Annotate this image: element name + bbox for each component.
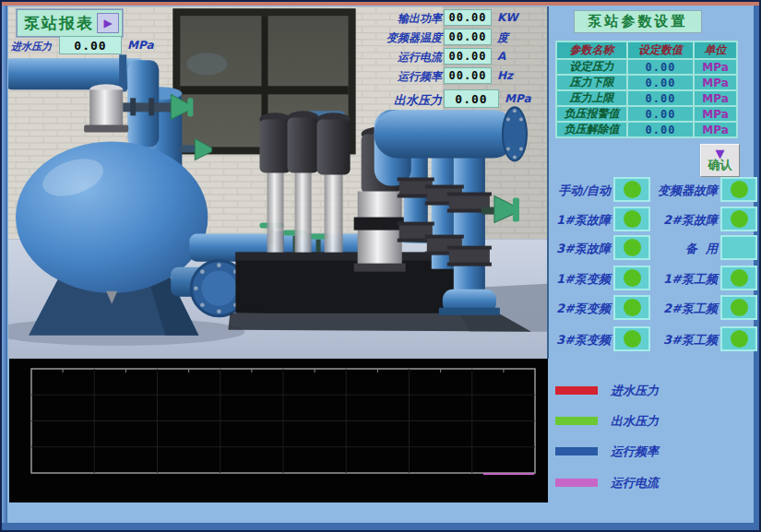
param-row-unit: MPa (694, 106, 737, 122)
param-row-value[interactable]: 0.00 (627, 90, 694, 106)
param-row-name: 负压报警值 (556, 106, 627, 122)
inlet-pressure-value: 0.00 (59, 36, 122, 54)
indicator-pump3-fault (613, 235, 650, 260)
play-icon: ▶ (103, 17, 112, 30)
frame-left (2, 6, 7, 523)
legend-label-run-current: 运行电流 (611, 475, 659, 491)
indicator-pump1-fault (613, 207, 650, 231)
legend-swatch-inlet-pressure (555, 386, 598, 395)
indicator-pump2-mains (720, 295, 757, 320)
run-frequency-unit: Hz (497, 69, 513, 82)
param-row-unit: MPa (694, 90, 737, 106)
run-current-label: 运行电流 (382, 50, 442, 65)
parameter-table: 参数名称 设定数值 单位 设定压力 0.00 MPa 压力下限 0.00 MPa… (555, 41, 738, 138)
report-button[interactable]: 泵站报表 ▶ (17, 9, 123, 37)
indicator-lamp (624, 239, 641, 256)
frame-bottom (2, 523, 759, 530)
frame-right (754, 6, 759, 523)
inlet-pressure-unit: MPa (127, 39, 154, 52)
inverter-temp-label: 变频器温度 (382, 30, 442, 46)
indicator-pump2-fault (720, 207, 757, 231)
indicator-pump2-vfd (613, 295, 650, 320)
run-frequency-value: 00.00 (444, 67, 492, 84)
param-row-unit: MPa (694, 59, 737, 75)
trend-chart-grid (9, 359, 548, 502)
param-row-name: 压力上限 (556, 90, 627, 106)
indicator-label-pump1-mains: 1#泵工频 (651, 271, 718, 288)
inlet-pressure-label: 进水压力 (11, 40, 52, 53)
indicator-lamp (731, 269, 748, 287)
legend-swatch-run-frequency (555, 447, 598, 455)
param-table-header-name: 参数名称 (556, 41, 627, 59)
run-current-unit: A (497, 50, 505, 63)
indicator-label-pump2-fault: 2#泵故障 (651, 212, 718, 229)
indicator-label-pump2-vfd: 2#泵变频 (548, 301, 611, 317)
output-power-label: 输出功率 (382, 11, 442, 27)
indicator-lamp (624, 210, 641, 228)
param-row-unit: MPa (694, 122, 737, 137)
param-table-header-unit: 单位 (694, 41, 737, 59)
indicator-vfd-fault (720, 177, 757, 202)
frame-top (2, 2, 759, 6)
indicator-lamp (731, 330, 748, 348)
inverter-temp-unit: 度 (497, 30, 508, 46)
confirm-button[interactable]: ▼ 确认 (700, 144, 740, 177)
indicator-label-pump1-vfd: 1#泵变频 (548, 271, 611, 288)
indicator-lamp (624, 299, 641, 316)
indicator-lamp (731, 181, 748, 198)
run-frequency-label: 运行频率 (382, 69, 442, 85)
output-power-value: 00.00 (444, 9, 492, 26)
indicator-lamp (624, 181, 641, 198)
trend-chart (9, 359, 548, 502)
indicator-manual-auto (613, 177, 650, 202)
param-row-name: 负压解除值 (556, 122, 627, 137)
param-row-value[interactable]: 0.00 (627, 75, 694, 90)
report-open-button[interactable]: ▶ (97, 13, 119, 33)
indicator-pump3-mains (720, 326, 757, 351)
indicator-label-pump3-vfd: 3#泵变频 (548, 332, 611, 349)
indicator-lamp (731, 299, 748, 316)
param-row-unit: MPa (694, 75, 737, 90)
indicator-spare (720, 235, 757, 260)
hmi-screen: 泵站报表 ▶ 进水压力 0.00 MPa 输出功率 00.00 KW 变频器温度… (0, 0, 761, 532)
report-button-label: 泵站报表 (24, 13, 94, 34)
indicator-label-vfd-fault: 变频器故障 (651, 183, 718, 199)
pressure-tank (16, 141, 208, 335)
indicator-label-pump2-mains: 2#泵工频 (651, 301, 718, 317)
outlet-pressure-value: 0.00 (444, 89, 499, 108)
indicator-pump1-vfd (613, 266, 650, 290)
output-power-unit: KW (497, 11, 518, 24)
legend-label-run-frequency: 运行频率 (611, 443, 659, 460)
param-row-name: 压力下限 (556, 75, 627, 90)
legend-label-outlet-pressure: 出水压力 (611, 413, 659, 430)
current-trace-line (483, 473, 534, 475)
indicator-label-manual-auto: 手动/自动 (548, 183, 611, 199)
indicator-label-pump3-fault: 3#泵故障 (548, 241, 611, 257)
outlet-pressure-label: 出水压力 (384, 92, 442, 109)
outlet-pressure-unit: MPa (505, 92, 531, 105)
indicator-lamp (731, 210, 748, 228)
indicator-label-pump3-mains: 3#泵工频 (651, 332, 718, 349)
param-row-value[interactable]: 0.00 (627, 59, 694, 75)
param-row-name: 设定压力 (556, 59, 627, 75)
indicator-pump1-mains (720, 266, 757, 290)
param-row-value[interactable]: 0.00 (627, 122, 694, 137)
indicator-label-pump1-fault: 1#泵故障 (548, 212, 611, 229)
indicator-lamp (624, 330, 641, 348)
legend-swatch-run-current (555, 479, 598, 487)
air-release-cylinder (84, 84, 128, 132)
legend-label-inlet-pressure: 进水压力 (611, 383, 659, 399)
indicator-pump3-vfd (613, 326, 650, 351)
indicator-lamp (624, 269, 641, 287)
inverter-temp-value: 00.00 (444, 29, 492, 45)
param-row-value[interactable]: 0.00 (627, 106, 694, 122)
confirm-button-label: 确认 (708, 159, 732, 171)
settings-panel-title: 泵站参数设置 (574, 10, 702, 33)
legend-swatch-outlet-pressure (555, 417, 598, 425)
param-table-header-value: 设定数值 (627, 41, 694, 59)
indicator-label-spare: 备 用 (651, 241, 718, 257)
run-current-value: 00.00 (444, 48, 492, 65)
